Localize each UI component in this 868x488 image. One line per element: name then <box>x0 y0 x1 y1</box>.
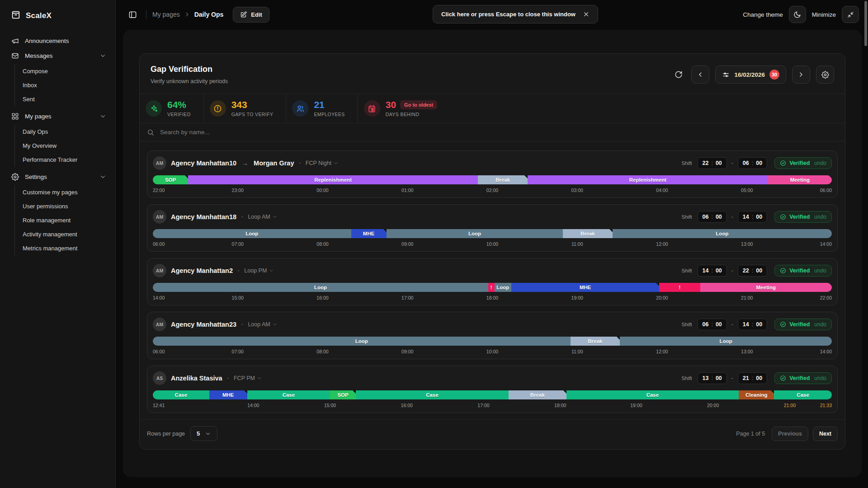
edit-button[interactable]: Edit <box>233 7 269 23</box>
close-icon[interactable] <box>583 11 590 18</box>
sidebar-item-performance-tracker[interactable]: Performance Tracker <box>15 153 115 167</box>
sidebar-item-compose[interactable]: Compose <box>15 64 115 78</box>
change-theme-button[interactable] <box>789 6 806 23</box>
timeline-segment-loop[interactable]: Loop <box>153 283 488 292</box>
sidebar-item-user-permissions[interactable]: User permissions <box>15 199 115 213</box>
date-picker-button[interactable]: 16/02/2026 30 <box>715 66 786 84</box>
sidebar-item-announcements[interactable]: Announcements <box>0 33 115 48</box>
shift-type-dropdown[interactable]: Loop AM <box>248 214 277 220</box>
breadcrumb-parent[interactable]: My pages <box>152 11 180 18</box>
time-tick: 12:41 <box>153 403 165 408</box>
next-page-button[interactable]: Next <box>813 427 838 441</box>
timeline-segment-cleaning[interactable]: Cleaning <box>739 390 774 399</box>
time-tick: 10:00 <box>486 349 498 354</box>
scrollbar-thumb[interactable] <box>864 1 867 46</box>
employee-name: Agency Manhattan10 <box>171 160 236 167</box>
next-day-button[interactable] <box>792 66 810 84</box>
shift-end-time[interactable]: 22:00 <box>738 265 767 277</box>
shift-type-dropdown[interactable]: FCP Night <box>306 160 339 166</box>
sidebar-item-inbox[interactable]: Inbox <box>15 78 115 92</box>
sidebar-item-activity-management[interactable]: Activity management <box>15 227 115 241</box>
shift-start-time[interactable]: 06:00 <box>698 211 727 223</box>
undo-button[interactable]: undo <box>814 321 826 328</box>
timeline-segment-loop[interactable]: Loop <box>495 283 512 292</box>
timeline-segment-loop[interactable]: Loop <box>613 229 832 238</box>
time-tick: 19:00 <box>630 403 642 408</box>
search-input[interactable] <box>159 128 394 136</box>
time-tick: 06:00 <box>153 349 165 354</box>
shift-start-time[interactable]: 22:00 <box>698 157 727 169</box>
sidebar-item-metrics-management[interactable]: Metrics management <box>15 241 115 255</box>
shift-end-time[interactable]: 14:00 <box>738 319 767 330</box>
go-to-oldest-button[interactable]: Go to oldest <box>400 100 437 109</box>
verified-badge[interactable]: Verified undo <box>774 265 832 277</box>
chevron-right-icon <box>797 71 805 78</box>
close-window-toast[interactable]: Click here or press Escape to close this… <box>433 5 598 23</box>
verified-badge[interactable]: Verified undo <box>774 319 832 330</box>
timeline-segment-break[interactable]: Break <box>563 229 613 238</box>
timeline-segment-break[interactable]: Break <box>478 175 528 184</box>
timeline-segment-loop[interactable]: Loop <box>387 229 563 238</box>
separator-dot: · <box>241 320 243 328</box>
refresh-button[interactable] <box>672 68 685 81</box>
shift-end-time[interactable]: 21:00 <box>738 372 767 384</box>
sidebar-item-customise-my-pages[interactable]: Customise my pages <box>15 185 115 199</box>
timeline-segment-loop[interactable]: Loop <box>153 337 571 346</box>
timeline-segment-sop[interactable]: SOP <box>153 175 188 184</box>
sidebar-item-messages[interactable]: Messages <box>0 48 115 63</box>
timeline-segment-case[interactable]: Case <box>153 390 209 399</box>
sidebar-item-role-management[interactable]: Role management <box>15 213 115 227</box>
timeline-segment-case[interactable]: Case <box>566 390 739 399</box>
timeline-segment-meeting[interactable]: Meeting <box>700 283 832 292</box>
timeline-segment-[interactable]: ! <box>488 283 495 292</box>
timeline-segment-replenishment[interactable]: Replenishment <box>528 175 768 184</box>
minimize-button[interactable] <box>842 6 859 23</box>
shift-type-dropdown[interactable]: FCP PM <box>234 375 262 381</box>
settings-button[interactable] <box>816 66 834 84</box>
timeline-segment-mhe[interactable]: MHE <box>511 283 659 292</box>
timeline-segment-case[interactable]: Case <box>247 390 330 399</box>
rows-per-page-select[interactable]: 5 <box>190 426 217 441</box>
undo-button[interactable]: undo <box>814 160 826 166</box>
undo-button[interactable]: undo <box>814 375 826 381</box>
card-header: Gap Verification Verify unknown activity… <box>140 54 845 94</box>
timeline-segment-loop[interactable]: Loop <box>153 229 351 238</box>
shift-type-dropdown[interactable]: Loop PM <box>244 267 274 274</box>
timeline-segment-case[interactable]: Case <box>356 390 509 399</box>
timeline-segment-sop[interactable]: SOP <box>330 390 356 399</box>
shift-start-time[interactable]: 14:00 <box>698 265 727 277</box>
previous-day-button[interactable] <box>691 66 709 84</box>
timeline-segment-loop[interactable]: Loop <box>620 337 832 346</box>
sidebar-item-settings[interactable]: Settings <box>0 169 115 184</box>
shift-start-time[interactable]: 13:00 <box>698 372 727 384</box>
timeline-segment-mhe[interactable]: MHE <box>351 229 387 238</box>
shift-end-time[interactable]: 14:00 <box>738 211 767 223</box>
sidebar-item-my-pages[interactable]: My pages <box>0 109 115 124</box>
shift-start-time[interactable]: 06:00 <box>698 319 727 330</box>
timeline-segment-replenishment[interactable]: Replenishment <box>188 175 478 184</box>
sidebar-item-sent[interactable]: Sent <box>15 92 115 106</box>
check-circle-icon <box>780 214 786 220</box>
verified-badge[interactable]: Verified undo <box>774 157 832 169</box>
previous-page-button[interactable]: Previous <box>772 427 808 441</box>
shift-type-dropdown[interactable]: Loop AM <box>248 321 277 328</box>
time-tick: 05:00 <box>741 188 753 193</box>
timeline-segment-mhe[interactable]: MHE <box>209 390 247 399</box>
undo-button[interactable]: undo <box>814 267 826 274</box>
timeline-segment-break[interactable]: Break <box>571 337 620 346</box>
timeline-segment-meeting[interactable]: Meeting <box>768 175 832 184</box>
timeline-segment-case[interactable]: Case <box>774 390 832 399</box>
sidebar-item-my-overview[interactable]: My Overview <box>15 139 115 153</box>
verified-badge[interactable]: Verified undo <box>774 372 832 384</box>
timeline-segment-break[interactable]: Break <box>509 390 566 399</box>
undo-button[interactable]: undo <box>814 214 826 220</box>
shift-end-time[interactable]: 06:00 <box>738 157 767 169</box>
time-tick: 12:00 <box>656 349 668 354</box>
verified-badge[interactable]: Verified undo <box>774 211 832 223</box>
sidebar-item-daily-ops[interactable]: Daily Ops <box>15 125 115 139</box>
timeline-segment-[interactable]: ! <box>659 283 700 292</box>
time-range-dash: - <box>731 214 733 220</box>
sidebar-toggle-button[interactable] <box>125 7 140 22</box>
close-icon <box>583 11 590 18</box>
gap-notch <box>656 283 659 286</box>
